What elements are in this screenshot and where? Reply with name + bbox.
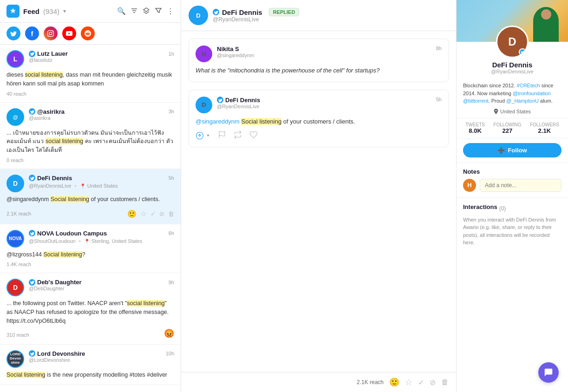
feed-item-meta: Lutz Lauer 1h @lausilutz (29, 50, 174, 63)
tron-link[interactable]: @tronfoundation (513, 91, 551, 96)
facebook-filter-icon[interactable]: f (25, 26, 39, 40)
feed-count: (934) (43, 7, 59, 15)
feed-text: @lizgross144 Social listening? (7, 250, 174, 259)
handle: @lausilutz (29, 57, 174, 63)
reach: 40 reach (7, 91, 174, 97)
more-icon[interactable]: ⋮ (167, 7, 174, 16)
feed-item-meta: Deb's Daughter 9h @DebDaughter (29, 279, 174, 291)
footer-star-icon[interactable]: ☆ (405, 377, 412, 387)
handle: @RyanDennisLive (29, 183, 71, 189)
reddit-filter-icon[interactable] (81, 26, 95, 40)
following-stat: FOLLOWING 227 (493, 122, 521, 134)
header-icons: 🔍 ⋮ (117, 7, 174, 16)
follow-label: Follow (508, 147, 527, 154)
feed-item[interactable]: D Deb's Daughter 9h @DebDaughter ... the… (0, 273, 181, 344)
conversation-item: N Nikita S @singareddynm 8h What is the … (189, 39, 449, 82)
chat-bubble[interactable] (538, 362, 559, 383)
right-panel: D DeFi Dennis @RyanDennisLive Blockchain… (457, 0, 568, 392)
retweet-icon[interactable] (234, 131, 242, 140)
feed-item-meta: DeFi Dennis 5h @RyanDennisLive • 📍 Unite… (29, 175, 174, 189)
note-avatar: H (463, 179, 476, 192)
author-name: Lord Devonshire (37, 350, 85, 357)
conv-actions (196, 131, 442, 140)
heart-icon[interactable] (249, 131, 258, 140)
time-ago: 3h (169, 109, 174, 114)
youtube-filter-icon[interactable] (62, 26, 76, 40)
feed-text: ... the following post on Twitter. NAACP… (7, 299, 174, 325)
twitter-badge (217, 97, 223, 103)
layers-icon[interactable] (143, 7, 150, 16)
search-icon[interactable]: 🔍 (117, 7, 126, 15)
interactions-section: Interactions (0) When you interact with … (457, 197, 568, 252)
handle: @ShoutOutLoudoun (29, 238, 75, 244)
feed-item[interactable]: NOVA NOVA Loudoun Campus 6h @ShoutOutLou… (0, 224, 181, 274)
conv-time: 5h (436, 97, 442, 102)
filter-icon[interactable] (131, 7, 138, 16)
feed-text: dieses social listening, dass man mit fr… (7, 71, 174, 88)
feed-item[interactable]: @ @asirikra 3h @asirikra ... เป้าหมายของ… (0, 103, 181, 169)
follow-button[interactable]: ➕ Follow (463, 143, 561, 157)
reach: 310 reach (7, 332, 29, 338)
feed-item[interactable]: L Lutz Lauer 1h @lausilutz dieses social… (0, 45, 181, 103)
interactions-header: Interactions (0) (463, 203, 561, 214)
avatar: L (7, 50, 24, 68)
handle: @LordDevonshire (29, 357, 174, 363)
block-icon[interactable]: ⊘ (159, 210, 164, 217)
tweet-detail-header: D DeFi Dennis REPLIED @RyanDennisLive (181, 0, 456, 31)
reach: 0 reach (7, 157, 174, 163)
followers-label: FOLLOWERS (530, 122, 559, 127)
note-input[interactable] (480, 179, 561, 192)
instagram-filter-icon[interactable] (44, 26, 58, 40)
feed-chevron[interactable]: ▾ (63, 8, 66, 14)
author-name: Lutz Lauer (37, 50, 68, 57)
conv-meta: Nikita S @singareddynm (217, 46, 431, 58)
tweets-value: 8.0K (465, 127, 485, 134)
time-ago: 6h (169, 230, 174, 236)
footer-trash-icon[interactable]: 🗑 (441, 378, 449, 386)
location-pin-icon: 📍 (84, 239, 90, 244)
avatar: D (7, 279, 24, 296)
conv-text: What is the "mitochondria is the powerho… (196, 66, 442, 75)
location-pin-icon: 📍 (80, 183, 85, 189)
conv-avatar: N (196, 46, 212, 62)
profile-bio: Blockchain since 2012. #CREtech since 20… (457, 82, 568, 109)
footer-block-icon[interactable]: ⊘ (430, 378, 436, 387)
angry-emoji-icon[interactable]: 😡 (164, 328, 174, 339)
flag-icon[interactable] (218, 131, 226, 140)
reply-dropdown-icon[interactable] (196, 131, 210, 140)
cre-tech-link[interactable]: #CREtech (517, 83, 540, 88)
tweets-label: TWEETS (465, 122, 485, 127)
conv-author: Nikita S (217, 46, 239, 52)
tweets-stat: TWEETS 8.0K (465, 122, 485, 134)
star-icon[interactable]: ☆ (140, 209, 147, 218)
following-label: FOLLOWING (493, 122, 521, 127)
mention-link[interactable]: @singareddynm (196, 118, 240, 125)
social-filter-icons: f (0, 23, 181, 45)
conversation-item: D DeFi Dennis @RyanDennisLive 5h @singar… (189, 90, 449, 148)
twitter-filter-icon[interactable] (7, 26, 20, 40)
hampton-link[interactable]: @_HamptonU (506, 98, 539, 104)
trash-icon[interactable]: 🗑 (168, 210, 174, 217)
feed-item-meta: NOVA Loudoun Campus 6h @ShoutOutLoudoun … (29, 230, 174, 245)
detail-handle: @RyanDennisLive (213, 16, 299, 23)
bittorrent-link[interactable]: @bittorrent (463, 98, 489, 104)
feed-item-meta: Lord Devonshire 10h @LordDevonshire (29, 350, 174, 363)
conv-handle: @RyanDennisLive (217, 104, 431, 109)
svg-marker-3 (144, 8, 149, 12)
interactions-title: Interactions (463, 203, 497, 210)
reach: 1.4K reach (7, 261, 174, 267)
check-icon[interactable]: ✓ (150, 210, 156, 217)
smiley-icon[interactable]: 🙂 (127, 209, 137, 218)
handle: @DebDaughter (29, 286, 174, 291)
feed-item[interactable]: LORDDevonshire Lord Devonshire 10h @Lord… (0, 345, 181, 385)
funnel-icon[interactable] (155, 7, 162, 16)
footer-check-icon[interactable]: ✓ (418, 378, 424, 387)
feed-item[interactable]: D DeFi Dennis 5h @RyanDennisLive • 📍 Uni… (0, 169, 181, 224)
center-panel: D DeFi Dennis REPLIED @RyanDennisLive N … (181, 0, 457, 392)
location-text: United States (500, 109, 531, 114)
avatar: NOVA (7, 230, 24, 248)
footer-smiley-icon[interactable]: 🙂 (389, 377, 399, 387)
detail-avatar: D (189, 6, 208, 25)
feed-header: Feed (934) ▾ 🔍 ⋮ (0, 0, 181, 23)
profile-avatar: D (496, 26, 529, 58)
